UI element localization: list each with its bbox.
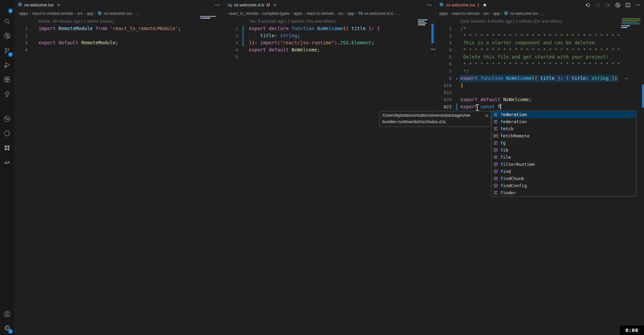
badge: 1 bbox=[8, 329, 13, 334]
breadcrumb-item[interactable]: app bbox=[348, 11, 354, 16]
grid-apps-icon bbox=[3, 144, 11, 153]
activity-item-source-control[interactable]: 7 bbox=[0, 44, 14, 58]
breadcrumb-item[interactable]: app bbox=[87, 11, 93, 16]
tab-label: nx-welcome.tsx bbox=[446, 3, 475, 7]
more-icon[interactable] bbox=[214, 2, 220, 8]
activity-item-nx-console[interactable] bbox=[0, 127, 14, 141]
tab-bar: TSnx-welcome.d.tsM✕ bbox=[224, 0, 436, 10]
symbol-ref-icon bbox=[493, 133, 498, 139]
activity-bar: 17⚙1 bbox=[0, 0, 15, 335]
git-graph-icon[interactable] bbox=[615, 2, 621, 8]
suggest-item-findChunk[interactable]: findChunk bbox=[492, 175, 636, 182]
tab-nx-welcome.tsx[interactable]: nx-welcome.tsx1 bbox=[436, 0, 490, 10]
breadcrumb-label: nx-welcome.tsx bbox=[103, 11, 132, 16]
code-text: title: string; bbox=[249, 32, 300, 39]
breadcrumb-separator: › bbox=[395, 11, 396, 16]
suggest-item-fib[interactable]: fib bbox=[492, 147, 636, 154]
suggest-item-filterRuntime[interactable]: filterRuntime bbox=[492, 161, 636, 168]
close-icon[interactable]: ✕ bbox=[273, 3, 277, 7]
breadcrumb-item[interactable]: apps bbox=[293, 11, 302, 16]
activity-item-run-debug[interactable] bbox=[0, 58, 14, 73]
file-type-icon bbox=[18, 2, 22, 8]
breadcrumb-label: src bbox=[77, 11, 82, 16]
code-line: 8›export function NxWelcome({ title }: {… bbox=[436, 75, 644, 82]
symbol-text-icon bbox=[493, 155, 498, 160]
breadcrumb-item[interactable]: react-ts-remote bbox=[452, 11, 479, 16]
line-number: 1 bbox=[224, 25, 238, 32]
minimap bbox=[622, 18, 641, 19]
tab-nx-welcome.d.ts[interactable]: TSnx-welcome.d.tsM✕ bbox=[224, 0, 280, 10]
suggest-item-file[interactable]: file bbox=[492, 154, 636, 161]
minimap bbox=[418, 23, 427, 24]
activity-item-wave[interactable] bbox=[0, 156, 14, 170]
editor-actions bbox=[584, 0, 641, 10]
more-icon[interactable] bbox=[426, 2, 432, 8]
breadcrumb-item[interactable]: nx-welcome.tsx bbox=[97, 11, 132, 17]
activity-item-account[interactable] bbox=[0, 308, 14, 321]
activity-item-settings[interactable]: ⚙1 bbox=[0, 321, 14, 335]
line-number: 3 bbox=[224, 39, 238, 46]
suggest-item-finder[interactable]: finder bbox=[492, 189, 636, 196]
fold-ellipsis[interactable] bbox=[625, 78, 628, 79]
breadcrumb-item[interactable]: ... bbox=[136, 11, 139, 16]
suggest-item-fetch[interactable]: fetch bbox=[492, 125, 636, 132]
breadcrumb-item[interactable]: nx-welcome.tsx bbox=[504, 11, 538, 17]
close-icon[interactable]: ✕ bbox=[485, 113, 488, 119]
breadcrumb-item[interactable]: ... bbox=[397, 11, 401, 16]
split-editor-icon[interactable] bbox=[625, 2, 631, 8]
suggest-item-fetchRemote[interactable]: fetchRemote bbox=[492, 132, 636, 139]
code-text: export default RemoteModule; bbox=[39, 39, 118, 46]
gitlens-icon bbox=[3, 32, 11, 41]
code-text: export default NxWelcome; bbox=[460, 96, 532, 103]
code-line: 3export default RemoteModule; bbox=[14, 39, 224, 46]
breadcrumb-item[interactable]: ... bbox=[542, 11, 545, 16]
activity-item-gitlens[interactable] bbox=[0, 29, 14, 44]
breadcrumb-item[interactable]: react-ts-remote bbox=[306, 11, 334, 16]
activity-item-explorer[interactable]: 1 bbox=[0, 0, 14, 15]
activity-item-extensions[interactable] bbox=[0, 73, 14, 87]
breadcrumb-item[interactable]: compiled-types bbox=[262, 11, 290, 16]
breadcrumb-item[interactable]: react_ts_remote bbox=[229, 11, 258, 16]
nav-back-icon[interactable] bbox=[584, 2, 590, 8]
more-icon[interactable] bbox=[635, 2, 641, 8]
dirty-dot-icon[interactable] bbox=[483, 4, 486, 6]
suggest-item-federation[interactable]: federation bbox=[492, 118, 636, 125]
breadcrumb-item[interactable]: TSnx-welcome.d.ts bbox=[358, 11, 393, 16]
suggest-item-findConfig[interactable]: findConfig bbox=[492, 182, 636, 189]
account-icon bbox=[3, 310, 11, 319]
breadcrumb-item[interactable]: src bbox=[483, 11, 489, 16]
close-icon[interactable]: ✕ bbox=[57, 3, 60, 7]
breadcrumb-item[interactable]: src bbox=[338, 11, 343, 16]
line-number: 6 bbox=[436, 61, 452, 68]
activity-item-git-graph[interactable] bbox=[0, 112, 14, 127]
breadcrumb-item[interactable]: apps bbox=[439, 11, 448, 16]
suggest-item-federation[interactable]: federation bbox=[492, 111, 636, 118]
git-graph-icon bbox=[3, 115, 11, 124]
breadcrumb-item[interactable]: react-ts-nested-remote bbox=[32, 11, 73, 16]
activity-item-search[interactable] bbox=[0, 15, 14, 29]
editor-pane-2: TSnx-welcome.d.tsM✕›react_ts_remote›comp… bbox=[224, 0, 436, 335]
suggest-item-fg[interactable]: fg bbox=[492, 139, 636, 147]
scrollbar-decoration bbox=[642, 85, 644, 108]
code-editor[interactable]: You, 5 seconds ago | 2 authors (You and … bbox=[224, 18, 436, 335]
fold-chevron-icon[interactable]: › bbox=[455, 75, 458, 82]
extensions-icon bbox=[3, 75, 11, 85]
overview-ruler-modified bbox=[431, 24, 434, 43]
breadcrumb-item[interactable]: src bbox=[77, 11, 82, 16]
breadcrumb-separator: › bbox=[226, 11, 228, 16]
breadcrumb-separator: › bbox=[490, 11, 492, 16]
suggest-item-find[interactable]: find bbox=[492, 168, 636, 175]
code-editor[interactable]: Hanric, 48 minutes ago | 1 author (Hanri… bbox=[14, 18, 224, 335]
modified-gutter-marker bbox=[242, 25, 244, 32]
activity-item-grid-apps[interactable] bbox=[0, 141, 14, 156]
code-line: 4 * * * * * * * * * * * * * * * * * * * … bbox=[436, 46, 644, 53]
code-text: * * * * * * * * * * * * * * * * * * * * … bbox=[460, 46, 620, 53]
breadcrumb-separator: › bbox=[260, 11, 261, 16]
breadcrumb-item[interactable]: apps bbox=[19, 11, 28, 16]
activity-item-testing-tree[interactable] bbox=[0, 87, 14, 102]
tab-nx-welcome.tsx[interactable]: nx-welcome.tsx✕ bbox=[14, 0, 64, 10]
line-number: 821 bbox=[436, 103, 452, 110]
suggest-item-label: federation bbox=[500, 119, 527, 124]
line-number: 3 bbox=[14, 39, 28, 46]
breadcrumb-item[interactable]: app bbox=[493, 11, 500, 16]
